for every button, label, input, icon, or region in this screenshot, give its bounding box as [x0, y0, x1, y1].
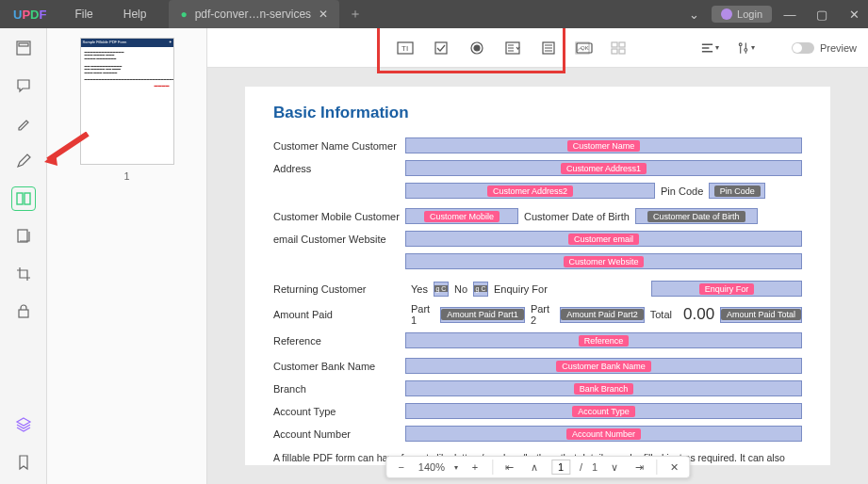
prev-page-button[interactable]: ∧ — [527, 460, 542, 475]
field-bank[interactable]: Customer Bank Name — [405, 358, 802, 374]
preview-label: Preview — [820, 42, 857, 54]
label-returning: Returning Customer — [273, 283, 405, 295]
settings-tool[interactable]: ▾ — [736, 39, 755, 57]
svg-rect-3 — [25, 193, 30, 204]
chevron-down-icon[interactable]: ⌄ — [680, 8, 708, 22]
thumbnail-page-number: 1 — [123, 170, 129, 182]
next-page-button[interactable]: ∨ — [607, 460, 622, 475]
svg-rect-8 — [435, 42, 447, 54]
document-tab[interactable]: ● pdf-conver…n-services ✕ — [169, 0, 339, 28]
close-icon[interactable]: ✕ — [319, 8, 328, 21]
svg-rect-18 — [612, 49, 617, 54]
svg-rect-19 — [619, 49, 625, 54]
total-value: 0.00 — [678, 305, 720, 324]
field-email[interactable]: Customer email — [405, 231, 802, 247]
pdf-page: Basic Information Customer Name Customer… — [245, 87, 830, 465]
page-total: 1 — [592, 461, 598, 473]
login-label: Login — [737, 8, 762, 20]
field-account-type[interactable]: Account Type — [405, 403, 802, 419]
align-tool[interactable]: ▾ — [700, 39, 719, 57]
field-dob[interactable]: Customer Date of Birth — [635, 208, 758, 224]
preview-toggle[interactable] — [792, 42, 814, 54]
zoom-in-button[interactable]: + — [467, 460, 483, 475]
dropdown-tool[interactable] — [503, 39, 522, 57]
field-mobile[interactable]: Customer Mobile — [405, 208, 518, 224]
image-tool[interactable] — [609, 39, 628, 57]
rail-bookmark-icon[interactable] — [11, 450, 36, 475]
checkbox-yes[interactable]: g C — [434, 282, 449, 297]
field-amount-total[interactable]: Amount Paid Total — [720, 307, 802, 323]
zoom-value[interactable]: 140% — [418, 461, 445, 473]
field-customer-name[interactable]: Customer Name — [405, 137, 802, 153]
rail-crop-icon[interactable] — [11, 262, 36, 286]
add-tab-button[interactable]: ＋ — [349, 6, 362, 23]
checkbox-no[interactable]: g C — [473, 282, 488, 297]
rail-highlight-icon[interactable] — [11, 111, 36, 136]
svg-rect-16 — [612, 42, 617, 47]
rail-comment-icon[interactable] — [11, 73, 36, 98]
label-branch: Branch — [273, 383, 405, 395]
field-website[interactable]: Customer Website — [405, 253, 802, 269]
label-address: Address — [273, 163, 405, 174]
field-amount-part2[interactable]: Amount Paid Part2 — [560, 307, 645, 323]
form-toolbar: TI OK ▾ ▾ Preview — [207, 28, 868, 68]
label-email-site: email Customer Website — [273, 234, 405, 245]
field-account-number[interactable]: Account Number — [405, 426, 802, 442]
thumbnail-panel: Sample Fillable PDF Form✦ ▬▬▬▬▬▬▬▬▬▬▬▬▬▬… — [47, 28, 207, 484]
label-account-number: Account Number — [273, 428, 405, 440]
signature-tool[interactable] — [573, 39, 592, 57]
field-pincode[interactable]: Pin Code — [709, 183, 765, 199]
tab-label: pdf-conver…n-services — [195, 8, 311, 21]
label-amount: Amount Paid — [273, 309, 405, 320]
minimize-button[interactable]: — — [776, 8, 804, 22]
maximize-button[interactable]: ▢ — [808, 8, 836, 22]
label-account-type: Account Type — [273, 406, 405, 417]
checkbox-tool[interactable] — [432, 39, 450, 57]
svg-point-20 — [739, 42, 742, 45]
field-address2[interactable]: Customer Address2 — [405, 183, 655, 199]
rail-layers-icon[interactable] — [11, 412, 36, 437]
menu-help[interactable]: Help — [108, 8, 162, 21]
rail-edit-icon[interactable] — [11, 149, 36, 173]
listbox-tool[interactable] — [539, 39, 558, 57]
svg-rect-1 — [19, 43, 28, 46]
label-mobile: Customer Mobile Customer — [273, 211, 405, 222]
field-amount-part1[interactable]: Amount Paid Part1 — [440, 307, 525, 323]
zoom-bar: − 140%▾ + ⇤ ∧ /1 ∨ ⇥ ✕ — [385, 456, 690, 478]
zoom-out-button[interactable]: − — [394, 460, 409, 475]
close-bar-button[interactable]: ✕ — [666, 460, 681, 475]
last-page-button[interactable]: ⇥ — [631, 460, 647, 475]
login-button[interactable]: Login — [712, 6, 772, 23]
avatar-icon — [721, 8, 732, 20]
svg-point-10 — [474, 45, 480, 51]
label-pincode: Pin Code — [655, 186, 709, 197]
svg-rect-2 — [17, 193, 23, 204]
svg-rect-5 — [19, 310, 28, 317]
text-field-tool[interactable]: TI — [396, 39, 415, 57]
close-button[interactable]: ✕ — [840, 8, 868, 22]
svg-text:TI: TI — [401, 44, 408, 53]
section-heading: Basic Information — [273, 104, 802, 122]
app-logo: UPDF — [0, 8, 59, 22]
label-dob: Customer Date of Birth — [518, 211, 635, 222]
menu-file[interactable]: File — [59, 8, 107, 21]
svg-rect-17 — [619, 42, 625, 47]
page-input[interactable] — [551, 460, 570, 475]
label-customer-name: Customer Name Customer — [273, 140, 405, 152]
first-page-button[interactable]: ⇤ — [502, 460, 517, 475]
svg-rect-15 — [576, 42, 589, 54]
rail-form-icon[interactable] — [11, 186, 36, 211]
label-bank: Customer Bank Name — [273, 361, 405, 372]
field-address1[interactable]: Customer Address1 — [405, 160, 802, 176]
tab-indicator: ● — [180, 8, 187, 21]
field-enquiry[interactable]: Enquiry For — [651, 281, 802, 297]
rail-thumbnails-icon[interactable] — [11, 36, 36, 60]
field-branch[interactable]: Bank Branch — [405, 380, 802, 396]
svg-rect-4 — [18, 230, 27, 242]
page-thumbnail[interactable]: Sample Fillable PDF Form✦ ▬▬▬▬▬▬▬▬▬▬▬▬▬▬… — [80, 38, 174, 165]
field-reference[interactable]: Reference — [405, 332, 802, 348]
rail-organize-icon[interactable] — [11, 224, 36, 249]
label-reference: Reference — [273, 335, 405, 347]
rail-protect-icon[interactable] — [11, 299, 36, 324]
radio-tool[interactable] — [467, 39, 486, 57]
